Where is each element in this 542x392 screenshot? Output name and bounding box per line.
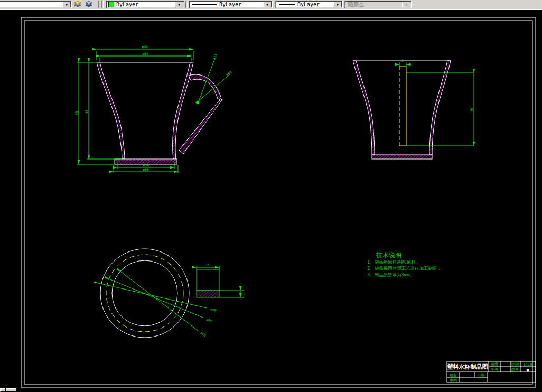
dim-bottom-outer[interactable]: ø60 — [143, 167, 149, 171]
plotstyle-dropdown: 随颜色 ▼ — [344, 1, 412, 8]
dim-top-inner[interactable]: ø84 — [143, 52, 148, 55]
color-swatch — [108, 2, 114, 7]
dim-section-width[interactable]: 15 — [205, 263, 210, 267]
toolbar-separator — [185, 1, 188, 8]
dim-handle-r2[interactable]: R50 — [226, 70, 232, 77]
lineweight-dropdown-value: ByLayer — [297, 2, 320, 7]
toolbar-separator — [98, 1, 100, 8]
notes-line-2[interactable]: 2、制品采用注塑工艺进行加工制造； — [367, 266, 442, 271]
dim-section-thickness[interactable]: 3 — [242, 292, 245, 296]
linetype-dropdown-value: ByLayer — [219, 2, 241, 7]
notes-line-3[interactable]: 3、制品的壁厚为3mm。 — [367, 272, 414, 277]
top-view[interactable]: ø90 ø84 ø78 15 3 — [98, 249, 245, 338]
dim-side-height[interactable]: 70 — [470, 108, 473, 112]
label-name: 姓名 — [450, 373, 457, 377]
dim-top-d3[interactable]: ø78 — [200, 331, 207, 337]
dim-height-inner[interactable]: 85 — [85, 109, 88, 114]
side-view-dimensions[interactable] — [395, 62, 474, 146]
toolbar-separator — [101, 1, 104, 8]
color-dropdown-value: ByLayer — [116, 2, 138, 7]
model-space-canvas[interactable]: ø90 ø84 95 85 ø54 ø60 R15 R50 — [0, 9, 542, 392]
dim-handle-r1[interactable]: R15 — [212, 53, 218, 60]
handle-cross-section[interactable]: 15 3 — [197, 263, 245, 297]
dim-slot-width[interactable]: 6 — [401, 59, 404, 62]
lineweight-sample — [279, 4, 295, 5]
color-dropdown[interactable]: ByLayer ▼ — [106, 1, 184, 8]
plotstyle-dropdown-arrow: ▼ — [402, 2, 410, 7]
label-class: 班级 — [491, 362, 498, 367]
side-left-wall[interactable] — [353, 61, 375, 155]
layer-previous-icon — [85, 1, 93, 8]
linetype-dropdown[interactable]: ByLayer ▼ — [189, 1, 273, 8]
scrollbar-thumb[interactable] — [6, 388, 16, 392]
dim-top-d1[interactable]: ø90 — [210, 307, 217, 312]
cad-application-window: { "toolbar": { "layer_dropdown": {"value… — [0, 0, 542, 392]
linetype-sample — [192, 4, 217, 5]
layer-dropdown[interactable]: ▼ — [0, 1, 72, 8]
title-block: 塑料水杯制品图 班级 学号 比例 1:10 图号 ■ 姓名 日期 审阅 — [447, 361, 536, 382]
drawing-svg: ø90 ø84 95 85 ø54 ø60 R15 R50 — [0, 9, 542, 392]
layer-dropdown-arrow[interactable]: ▼ — [62, 2, 71, 7]
front-handle-strap[interactable] — [179, 99, 222, 154]
front-handle-arc[interactable] — [189, 74, 221, 100]
plotstyle-dropdown-value: 随颜色 — [348, 1, 364, 8]
label-scale: 比例 — [511, 362, 519, 367]
dim-height-outer[interactable]: 95 — [74, 111, 78, 115]
notes-title[interactable]: 技术说明 — [376, 251, 401, 259]
side-handle-slot[interactable] — [399, 67, 406, 146]
dim-top-d2[interactable]: ø84 — [206, 317, 213, 323]
lineweight-dropdown[interactable]: ByLayer ▼ — [275, 1, 343, 8]
dim-bottom-inner[interactable]: ø54 — [143, 163, 149, 167]
make-object-layer-current-button[interactable] — [72, 0, 83, 8]
scrollbar-button[interactable] — [0, 388, 5, 392]
top-center-circle[interactable] — [106, 255, 183, 332]
side-base[interactable] — [372, 155, 432, 159]
notes-line-1[interactable]: 1、制品的原料是PC原料； — [367, 259, 420, 265]
lineweight-dropdown-arrow[interactable]: ▼ — [333, 2, 342, 7]
top-inner-circle[interactable] — [112, 260, 177, 326]
front-left-wall[interactable] — [97, 62, 125, 159]
color-dropdown-arrow[interactable]: ▼ — [175, 2, 183, 7]
top-outer-circle[interactable] — [100, 249, 189, 338]
dim-top-outer[interactable]: ø90 — [142, 45, 148, 49]
value-scale: 1:10 — [524, 362, 532, 367]
make-object-layer-current-icon — [73, 1, 82, 8]
layer-previous-button[interactable] — [83, 0, 94, 8]
label-date: 日期 — [477, 373, 484, 377]
front-view[interactable]: ø90 ø84 95 85 ø54 ø60 R15 R50 — [74, 45, 232, 173]
section-hatched-bar[interactable] — [197, 291, 219, 297]
title-block-title: 塑料水杯制品图 — [447, 363, 488, 370]
section-body-rect[interactable] — [197, 269, 219, 291]
label-review: 审阅 — [450, 378, 457, 382]
label-drawing-no: 图号 — [511, 368, 519, 372]
properties-toolbar: ▼ ByLayer ▼ ByLayer ▼ ByLayer ▼ 随颜色 — [0, 0, 542, 10]
side-right-wall[interactable] — [429, 61, 451, 155]
technical-notes[interactable]: 技术说明 1、制品的原料是PC原料； 2、制品采用注塑工艺进行加工制造； 3、制… — [367, 251, 442, 277]
linetype-dropdown-arrow[interactable]: ▼ — [263, 2, 272, 7]
label-student-id: 学号 — [491, 368, 498, 372]
side-view[interactable]: 6 70 — [353, 59, 474, 159]
